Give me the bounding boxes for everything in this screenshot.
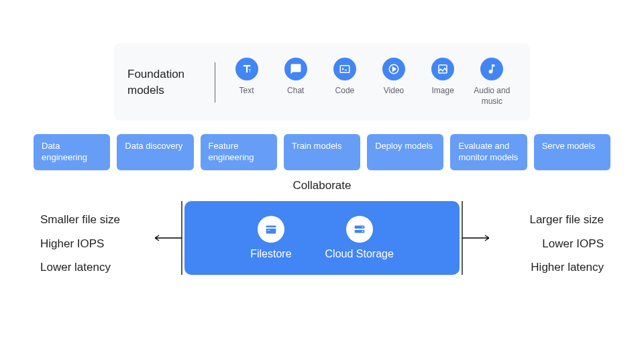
svg-point-7 xyxy=(362,231,363,232)
pipeline-row: Data engineering Data discovery Feature … xyxy=(34,134,610,170)
model-label: Chat xyxy=(287,86,304,97)
metric-larger-file: Larger file size xyxy=(529,208,604,232)
text-icon: T xyxy=(235,58,258,80)
model-label: Image xyxy=(432,86,454,97)
model-label: Code xyxy=(335,86,355,97)
pill-evaluate-models: Evaluate and monitor models xyxy=(450,134,527,170)
pill-data-discovery: Data discovery xyxy=(117,134,193,170)
metric-lower-iops: Lower IOPS xyxy=(529,232,604,256)
svg-rect-1 xyxy=(340,66,350,73)
storage-label: Filestore xyxy=(250,248,291,260)
model-label: Audio and music xyxy=(468,86,515,107)
chat-icon xyxy=(284,58,307,80)
cloud-storage-icon xyxy=(346,216,373,243)
model-video: Video xyxy=(370,58,417,107)
metric-higher-latency: Higher latency xyxy=(529,255,604,280)
storage-section: Smaller file size Higher IOPS Lower late… xyxy=(0,201,644,288)
code-icon xyxy=(333,58,356,80)
model-chat: Chat xyxy=(272,58,319,107)
model-label: Text xyxy=(239,86,254,97)
image-icon xyxy=(431,58,454,80)
metric-higher-iops: Higher IOPS xyxy=(40,232,120,256)
svg-point-6 xyxy=(362,227,363,228)
audio-icon xyxy=(480,58,503,80)
model-image: Image xyxy=(419,58,466,107)
model-text: T Text xyxy=(223,58,270,107)
foundation-title: Foundation models xyxy=(127,66,215,99)
storage-label: Cloud Storage xyxy=(325,248,394,260)
arrow-right xyxy=(461,201,493,275)
collaborate-label: Collaborate xyxy=(0,179,644,192)
svg-text:T: T xyxy=(248,68,251,72)
storage-filestore: Filestore xyxy=(250,216,291,260)
filestore-icon xyxy=(258,216,284,243)
right-metrics: Larger file size Lower IOPS Higher laten… xyxy=(529,208,604,280)
model-label: Video xyxy=(384,86,404,97)
pill-train-models: Train models xyxy=(284,134,360,170)
divider xyxy=(215,62,215,103)
metric-smaller-file: Smaller file size xyxy=(40,208,120,232)
left-metrics: Smaller file size Higher IOPS Lower late… xyxy=(40,208,120,280)
arrow-left xyxy=(151,201,183,275)
pill-serve-models: Serve models xyxy=(534,134,610,170)
model-code: Code xyxy=(321,58,368,107)
pill-feature-engineering: Feature engineering xyxy=(201,134,277,170)
pill-deploy-models: Deploy models xyxy=(367,134,443,170)
model-audio: Audio and music xyxy=(468,58,515,107)
metric-lower-latency: Lower latency xyxy=(40,255,120,280)
pill-data-engineering: Data engineering xyxy=(34,134,110,170)
storage-cloud-storage: Cloud Storage xyxy=(325,216,394,260)
storage-box: Filestore Cloud Storage xyxy=(184,201,460,275)
video-icon xyxy=(382,58,405,80)
foundation-models-panel: Foundation models T Text Chat Code Video xyxy=(114,44,530,121)
models-row: T Text Chat Code Video Image xyxy=(222,58,517,107)
